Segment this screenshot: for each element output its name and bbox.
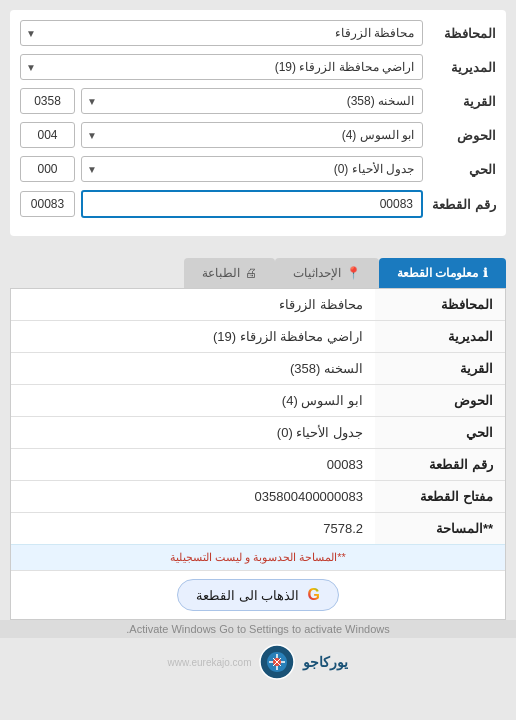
table-val-village: السخنه (358) (11, 353, 375, 385)
table-val-area: 7578.2 (11, 513, 375, 545)
google-icon: G (307, 586, 319, 604)
label-basin: الحوض (431, 128, 496, 143)
input-parcel-number[interactable] (81, 190, 423, 218)
page-wrapper: المحافظة محافظة الزرقاء ▼ المديرية اراضي… (0, 0, 516, 720)
label-parcel: رقم القطعة (431, 197, 496, 212)
table-val-parcel: 00083 (11, 449, 375, 481)
table-key-area: **المساحة (375, 513, 505, 545)
table-val-parcel-key: 035800400000083 (11, 481, 375, 513)
footer-logo-text: يوركاجو (303, 654, 348, 670)
label-directorate: المديرية (431, 60, 496, 75)
select-wrapper-neighborhood: جدول الأحياء (0) ▼ (81, 156, 423, 182)
input-neighborhood-code[interactable]: 000 (20, 156, 75, 182)
select-wrapper-governorate: محافظة الزرقاء ▼ (20, 20, 423, 46)
table-key-directorate: المديرية (375, 321, 505, 353)
footer-logo-icon (259, 644, 295, 680)
table-val-governorate: محافظة الزرقاء (11, 289, 375, 321)
table-row: المحافظة محافظة الزرقاء (11, 289, 505, 321)
form-row-neighborhood: الحي جدول الأحياء (0) ▼ 000 (20, 156, 496, 182)
print-icon: 🖨 (245, 266, 257, 280)
table-val-basin: ابو السوس (4) (11, 385, 375, 417)
table-row: المديرية اراضي محافظة الزرقاء (19) (11, 321, 505, 353)
table-key-parcel: رقم القطعة (375, 449, 505, 481)
tab-content-info: المحافظة محافظة الزرقاء المديرية اراضي م… (10, 288, 506, 620)
table-row: مفتاح القطعة 035800400000083 (11, 481, 505, 513)
info-icon: ℹ (483, 266, 488, 280)
windows-activation-banner: Activate Windows Go to Settings to activ… (0, 620, 516, 638)
table-val-neighborhood: جدول الأحياء (0) (11, 417, 375, 449)
info-table: المحافظة محافظة الزرقاء المديرية اراضي م… (11, 289, 505, 544)
input-village-code[interactable]: 0358 (20, 88, 75, 114)
goto-parcel-button[interactable]: G الذهاب الى القطعة (177, 579, 339, 611)
label-village: القرية (431, 94, 496, 109)
table-val-directorate: اراضي محافظة الزرقاء (19) (11, 321, 375, 353)
table-row: القرية السخنه (358) (11, 353, 505, 385)
tab-coordinates-label: الإحداثيات (293, 266, 341, 280)
form-section: المحافظة محافظة الزرقاء ▼ المديرية اراضي… (10, 10, 506, 236)
form-row-governorate: المحافظة محافظة الزرقاء ▼ (20, 20, 496, 46)
notice-row: **المساحة الحدسوبة و ليست التسجيلية (11, 544, 505, 570)
label-governorate: المحافظة (431, 26, 496, 41)
tabs-bar: ℹ معلومات القطعة 📍 الإحداثيات 🖨 الطباعة (10, 258, 506, 288)
select-neighborhood[interactable]: جدول الأحياء (0) (81, 156, 423, 182)
tab-print-label: الطباعة (202, 266, 240, 280)
input-parcel-code[interactable]: 00083 (20, 191, 75, 217)
form-row-parcel: رقم القطعة 00083 (20, 190, 496, 218)
activate-windows-text: Activate Windows Go to Settings to activ… (126, 623, 390, 635)
notice-text: **المساحة الحدسوبة و ليست التسجيلية (170, 551, 346, 563)
table-key-village: القرية (375, 353, 505, 385)
select-village[interactable]: السخنه (358) (81, 88, 423, 114)
table-row: رقم القطعة 00083 (11, 449, 505, 481)
select-basin[interactable]: ابو السوس (4) (81, 122, 423, 148)
form-row-basin: الحوض ابو السوس (4) ▼ 004 (20, 122, 496, 148)
parcel-input-wrapper (81, 190, 423, 218)
table-key-neighborhood: الحي (375, 417, 505, 449)
tab-coordinates[interactable]: 📍 الإحداثيات (275, 258, 379, 288)
tabs-section: ℹ معلومات القطعة 📍 الإحداثيات 🖨 الطباعة … (10, 258, 506, 620)
input-basin-code[interactable]: 004 (20, 122, 75, 148)
select-governorate[interactable]: محافظة الزرقاء (20, 20, 423, 46)
tab-info-label: معلومات القطعة (397, 266, 478, 280)
nav-button-row: G الذهاب الى القطعة (11, 570, 505, 619)
form-row-directorate: المديرية اراضي محافظة الزرقاء (19) ▼ (20, 54, 496, 80)
select-wrapper-directorate: اراضي محافظة الزرقاء (19) ▼ (20, 54, 423, 80)
tab-info[interactable]: ℹ معلومات القطعة (379, 258, 506, 288)
form-row-village: القرية السخنه (358) ▼ 0358 (20, 88, 496, 114)
select-wrapper-basin: ابو السوس (4) ▼ (81, 122, 423, 148)
select-directorate[interactable]: اراضي محافظة الزرقاء (19) (20, 54, 423, 80)
table-row: الحوض ابو السوس (4) (11, 385, 505, 417)
table-key-parcel-key: مفتاح القطعة (375, 481, 505, 513)
tab-print[interactable]: 🖨 الطباعة (184, 258, 275, 288)
goto-parcel-label: الذهاب الى القطعة (196, 588, 299, 603)
label-neighborhood: الحي (431, 162, 496, 177)
watermark-text: www.eurekajo.com (168, 657, 252, 668)
footer: يوركاجو www.eurekajo.com (0, 638, 516, 684)
table-row: الحي جدول الأحياء (0) (11, 417, 505, 449)
table-key-governorate: المحافظة (375, 289, 505, 321)
select-wrapper-village: السخنه (358) ▼ (81, 88, 423, 114)
coordinates-icon: 📍 (346, 266, 361, 280)
table-key-basin: الحوض (375, 385, 505, 417)
table-row: **المساحة 7578.2 (11, 513, 505, 545)
